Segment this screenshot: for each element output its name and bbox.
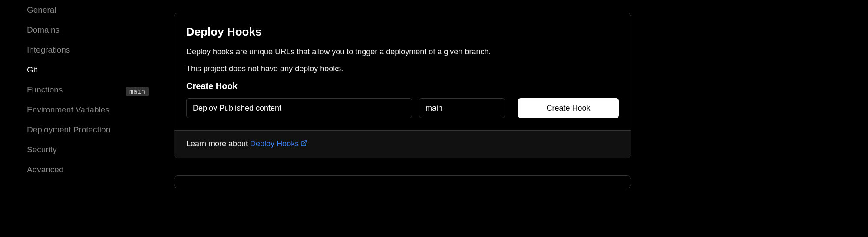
link-text: Deploy Hooks <box>250 139 299 148</box>
sidebar-item-integrations[interactable]: Integrations <box>27 40 157 60</box>
card-body: Deploy Hooks Deploy hooks are unique URL… <box>174 13 631 130</box>
sidebar-item-label: Environment Variables <box>27 105 109 114</box>
card-footer: Learn more about Deploy Hooks <box>174 130 631 158</box>
main-content: Deploy Hooks Deploy hooks are unique URL… <box>174 13 631 188</box>
settings-sidebar: General Domains Integrations Git Functio… <box>27 0 157 180</box>
sidebar-item-git[interactable]: Git <box>27 60 157 80</box>
sidebar-item-environment-variables[interactable]: Environment Variables main <box>27 100 157 120</box>
deploy-hooks-docs-link[interactable]: Deploy Hooks <box>250 139 307 148</box>
card-empty-state: This project does not have any deploy ho… <box>186 64 619 73</box>
card-description: Deploy hooks are unique URLs that allow … <box>186 47 619 56</box>
footer-text: Learn more about <box>186 139 250 148</box>
hook-branch-input[interactable] <box>419 98 505 118</box>
external-link-icon <box>300 140 307 149</box>
sidebar-item-security[interactable]: Security <box>27 140 157 160</box>
create-hook-form: Create Hook <box>186 98 619 118</box>
card-title: Deploy Hooks <box>186 25 619 39</box>
next-card-partial <box>174 175 631 188</box>
create-hook-label: Create Hook <box>186 81 619 91</box>
env-badge: main <box>126 87 149 96</box>
sidebar-item-deployment-protection[interactable]: Deployment Protection <box>27 120 157 140</box>
create-hook-button[interactable]: Create Hook <box>518 98 619 118</box>
svg-line-0 <box>304 141 307 144</box>
sidebar-item-general[interactable]: General <box>27 0 157 20</box>
sidebar-item-domains[interactable]: Domains <box>27 20 157 40</box>
sidebar-item-advanced[interactable]: Advanced <box>27 160 157 180</box>
deploy-hooks-card: Deploy Hooks Deploy hooks are unique URL… <box>174 13 631 158</box>
hook-name-input[interactable] <box>186 98 412 118</box>
